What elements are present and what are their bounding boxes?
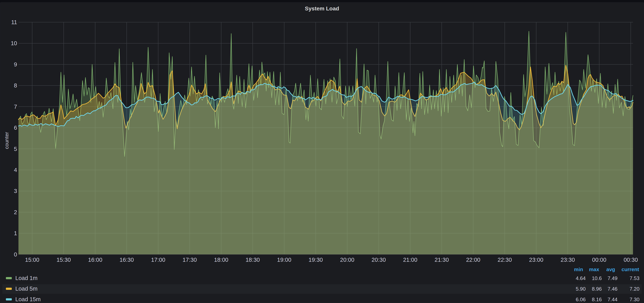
svg-text:23:00: 23:00: [529, 257, 544, 263]
svg-text:18:00: 18:00: [214, 257, 228, 263]
svg-text:2: 2: [14, 209, 17, 215]
svg-text:19:00: 19:00: [277, 257, 291, 263]
svg-text:23:30: 23:30: [561, 257, 575, 263]
svg-text:22:00: 22:00: [466, 257, 480, 263]
svg-text:15:00: 15:00: [25, 257, 40, 263]
svg-text:10: 10: [11, 40, 17, 46]
svg-text:21:30: 21:30: [434, 257, 449, 263]
svg-text:6: 6: [14, 124, 17, 131]
svg-text:4: 4: [14, 167, 17, 173]
svg-text:19:30: 19:30: [309, 257, 323, 263]
svg-text:counter: counter: [4, 132, 10, 149]
svg-text:11: 11: [11, 19, 17, 25]
svg-text:1: 1: [14, 230, 17, 236]
svg-text:9: 9: [14, 61, 17, 68]
svg-text:5: 5: [14, 146, 17, 152]
svg-text:15:30: 15:30: [56, 257, 71, 263]
svg-text:21:00: 21:00: [403, 257, 418, 263]
svg-text:17:00: 17:00: [151, 257, 166, 263]
svg-text:00:30: 00:30: [624, 257, 638, 263]
svg-text:17:30: 17:30: [182, 257, 197, 263]
svg-text:7: 7: [14, 104, 17, 110]
svg-text:18:30: 18:30: [246, 257, 260, 263]
svg-text:3: 3: [14, 188, 17, 194]
svg-text:16:00: 16:00: [88, 257, 102, 263]
svg-text:8: 8: [14, 82, 17, 88]
svg-text:16:30: 16:30: [120, 257, 134, 263]
svg-text:20:30: 20:30: [372, 257, 386, 263]
svg-text:00:00: 00:00: [592, 257, 606, 263]
svg-text:0: 0: [14, 251, 17, 258]
svg-text:20:00: 20:00: [340, 257, 354, 263]
svg-text:22:30: 22:30: [498, 257, 512, 263]
